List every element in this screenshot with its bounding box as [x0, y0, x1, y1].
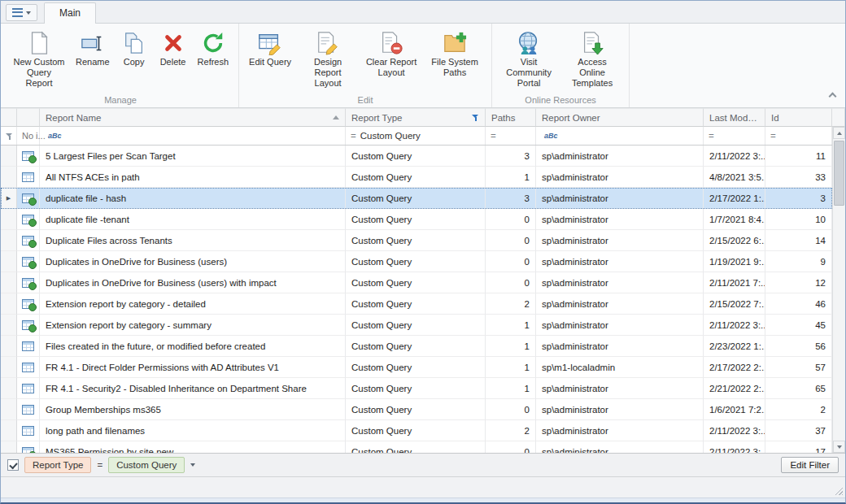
report-owner-cell[interactable]: sp\administrator — [536, 188, 704, 209]
id-cell[interactable]: 3 — [765, 188, 832, 209]
report-row[interactable]: Duplicates in OneDrive for Business (use… — [1, 251, 832, 272]
id-cell[interactable]: 9 — [765, 251, 832, 272]
report-type-cell[interactable]: Custom Query — [346, 399, 486, 420]
last-modified-cell[interactable]: 2/11/2022 3:... — [704, 441, 765, 453]
report-owner-cell[interactable]: sp\administrator — [536, 251, 704, 272]
file-system-paths-button[interactable]: File System Paths — [423, 26, 486, 80]
report-type-cell[interactable]: Custom Query — [346, 146, 486, 167]
report-owner-cell[interactable]: sp\m1-localadmin — [536, 357, 704, 378]
last-modified-cell[interactable]: 2/11/2022 3:... — [704, 420, 765, 441]
new-custom-query-report-button[interactable]: New Custom Query Report — [7, 26, 71, 91]
last-modified-cell[interactable]: 2/11/2021 7:... — [704, 272, 765, 293]
report-name-cell[interactable]: Extension report by category - detailed — [40, 293, 346, 315]
report-row[interactable]: Extension report by category - detailed … — [1, 293, 832, 315]
report-type-cell[interactable]: Custom Query — [346, 293, 486, 315]
equals-operator-icon[interactable]: = — [351, 131, 356, 141]
column-header-report-name[interactable]: Report Name — [40, 108, 346, 127]
text-operator-icon[interactable]: aBc — [544, 132, 558, 140]
report-row[interactable]: FR 4.1 - Direct Folder Permissions with … — [1, 357, 832, 378]
report-owner-cell[interactable]: sp\administrator — [536, 209, 704, 230]
report-name-cell[interactable]: MS365 Permission by site new — [40, 441, 346, 453]
last-modified-cell[interactable]: 2/15/2022 6:... — [704, 230, 765, 251]
id-cell[interactable]: 17 — [765, 441, 832, 453]
paths-cell[interactable]: 2 — [486, 420, 536, 441]
report-name-cell[interactable]: Duplicates in OneDrive for Business (use… — [40, 251, 346, 272]
report-row[interactable]: FR 4.1 - Security2 - Disabled Inheritanc… — [1, 378, 832, 399]
report-row[interactable]: Group Memberships ms365 Custom Query 0 s… — [1, 399, 832, 420]
last-modified-cell[interactable]: 1/19/2021 9:... — [704, 251, 765, 272]
report-owner-cell[interactable]: sp\administrator — [536, 399, 704, 420]
report-row[interactable]: 5 Largest Files per Scan Target Custom Q… — [1, 146, 832, 167]
id-cell[interactable]: 14 — [765, 230, 832, 251]
equals-operator-icon[interactable]: = — [770, 131, 776, 141]
refresh-button[interactable]: Refresh — [193, 26, 234, 70]
application-menu-button[interactable] — [6, 4, 37, 21]
report-name-cell[interactable]: Extension report by category - summary — [40, 315, 346, 336]
report-type-cell[interactable]: Custom Query — [346, 378, 486, 399]
last-modified-cell[interactable]: 1/6/2021 7:2... — [704, 399, 765, 420]
report-row[interactable]: duplicate file -tenant Custom Query 0 sp… — [1, 209, 832, 230]
icon-filter-cell[interactable]: No i... — [17, 127, 40, 145]
icon-column-header[interactable] — [17, 108, 40, 127]
report-row[interactable]: Files created in the future, or modified… — [1, 336, 832, 357]
equals-operator-icon[interactable]: = — [491, 131, 496, 141]
report-type-cell[interactable]: Custom Query — [346, 167, 486, 188]
report-owner-cell[interactable]: sp\administrator — [536, 230, 704, 251]
report-owner-cell[interactable]: sp\administrator — [536, 146, 704, 167]
paths-cell[interactable]: 0 — [486, 399, 536, 420]
report-type-cell[interactable]: Custom Query — [346, 315, 486, 336]
report-owner-cell[interactable]: sp\administrator — [536, 167, 704, 188]
report-name-cell[interactable]: All NTFS ACEs in path — [40, 167, 346, 188]
paths-cell[interactable]: 0 — [486, 230, 536, 251]
report-row[interactable]: long path and filenames Custom Query 2 s… — [1, 420, 832, 441]
report-name-cell[interactable]: Duplicates in OneDrive for Business (use… — [40, 272, 346, 293]
report-type-cell[interactable]: Custom Query — [346, 336, 486, 357]
report-owner-cell[interactable]: sp\administrator — [536, 336, 704, 357]
report-owner-cell[interactable]: sp\administrator — [536, 272, 704, 293]
design-report-layout-button[interactable]: Design Report Layout — [296, 26, 360, 91]
report-owner-cell[interactable]: sp\administrator — [536, 315, 704, 336]
paths-cell[interactable]: 2 — [486, 293, 536, 315]
id-cell[interactable]: 33 — [765, 167, 832, 188]
report-owner-cell[interactable]: sp\administrator — [536, 420, 704, 441]
report-type-cell[interactable]: Custom Query — [346, 272, 486, 293]
scroll-up-button[interactable] — [833, 127, 845, 139]
paths-cell[interactable]: 3 — [486, 146, 536, 167]
report-owner-cell[interactable]: sp\administrator — [536, 378, 704, 399]
id-cell[interactable]: 56 — [765, 336, 832, 357]
paths-cell[interactable]: 1 — [486, 357, 536, 378]
rename-button[interactable]: Rename — [71, 26, 115, 70]
report-row[interactable]: Duplicates in OneDrive for Business (use… — [1, 272, 832, 293]
report-type-cell[interactable]: Custom Query — [346, 188, 486, 209]
vertical-scrollbar[interactable] — [832, 127, 845, 453]
paths-cell[interactable]: 1 — [486, 167, 536, 188]
report-row[interactable]: Extension report by category - summary C… — [1, 315, 832, 336]
owner-filter-cell[interactable]: aBc — [536, 127, 704, 145]
paths-cell[interactable]: 3 — [486, 188, 536, 209]
report-owner-cell[interactable]: sp\administrator — [536, 441, 704, 453]
filter-dropdown-icon[interactable] — [190, 463, 195, 467]
paths-cell[interactable]: 0 — [486, 251, 536, 272]
paths-cell[interactable]: 0 — [486, 272, 536, 293]
id-cell[interactable]: 65 — [765, 378, 832, 399]
report-type-cell[interactable]: Custom Query — [346, 209, 486, 230]
report-row[interactable]: All NTFS ACEs in path Custom Query 1 sp\… — [1, 167, 832, 188]
delete-button[interactable]: Delete — [154, 26, 193, 70]
name-filter-cell[interactable]: aBc — [40, 127, 346, 145]
copy-button[interactable]: Copy — [115, 26, 154, 70]
ribbon-collapse-icon[interactable] — [829, 93, 837, 101]
id-cell[interactable]: 46 — [765, 293, 832, 315]
column-header-paths[interactable]: Paths — [486, 108, 536, 127]
report-name-cell[interactable]: duplicate file -tenant — [40, 209, 346, 230]
scrollbar-thumb[interactable] — [834, 141, 844, 206]
report-name-cell[interactable]: Files created in the future, or modified… — [40, 336, 346, 357]
report-row[interactable]: MS365 Permission by site new Custom Quer… — [1, 441, 832, 453]
report-name-cell[interactable]: Duplicate Files across Tenants — [40, 230, 346, 251]
edit-query-button[interactable]: Edit Query — [244, 26, 296, 70]
id-cell[interactable]: 37 — [765, 420, 832, 441]
last-modified-cell[interactable]: 2/17/2022 2:... — [704, 357, 765, 378]
report-name-cell[interactable]: Group Memberships ms365 — [40, 399, 346, 420]
scrollbar-track[interactable] — [833, 139, 845, 441]
last-modified-cell[interactable]: 2/11/2022 3:... — [704, 146, 765, 167]
report-type-cell[interactable]: Custom Query — [346, 230, 486, 251]
